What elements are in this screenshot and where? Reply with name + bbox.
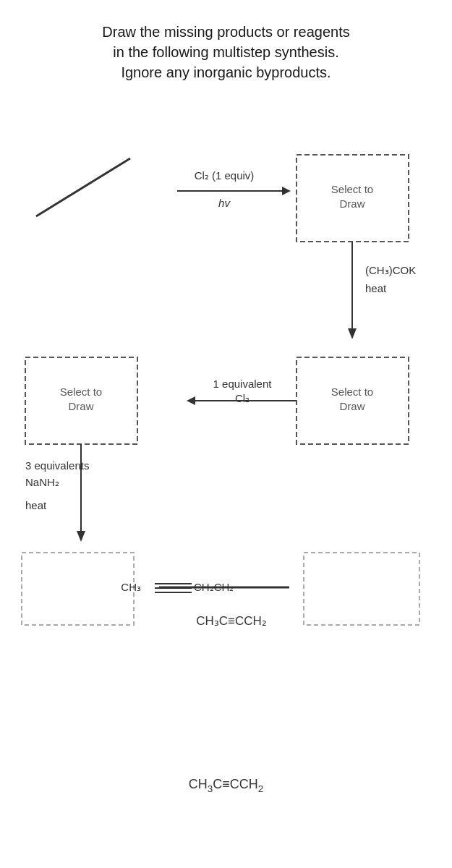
svg-text:Cl₂: Cl₂ xyxy=(235,392,250,404)
svg-text:1 equivalent: 1 equivalent xyxy=(213,378,273,390)
svg-text:heat: heat xyxy=(365,282,387,294)
svg-text:Select to: Select to xyxy=(331,183,373,195)
svg-rect-35 xyxy=(304,553,419,625)
svg-text:Cl₂ (1 equiv): Cl₂ (1 equiv) xyxy=(195,169,255,182)
svg-marker-16 xyxy=(187,396,195,405)
svg-text:3 equivalents: 3 equivalents xyxy=(25,459,89,472)
svg-marker-9 xyxy=(348,328,357,339)
diagram-container: Cl₂ (1 equiv) hv Select to Draw (CH₃)COK… xyxy=(14,119,438,801)
svg-text:heat: heat xyxy=(25,499,47,511)
svg-text:CH₃C≡CCH₂: CH₃C≡CCH₂ xyxy=(196,614,267,628)
product-formula: CH3C≡CCH2 xyxy=(189,777,264,794)
svg-text:CH₃: CH₃ xyxy=(121,581,141,593)
svg-text:(CH₃)COK: (CH₃)COK xyxy=(365,264,416,276)
page-container: Draw the missing products or reagents in… xyxy=(0,0,452,868)
svg-text:Select to: Select to xyxy=(331,386,373,398)
svg-marker-23 xyxy=(77,531,85,542)
svg-text:Draw: Draw xyxy=(339,400,364,412)
instruction-line3: Ignore any inorganic byproducts. xyxy=(121,64,331,80)
svg-text:Select to: Select to xyxy=(60,386,102,398)
svg-text:Draw: Draw xyxy=(339,197,364,210)
svg-rect-27 xyxy=(22,553,134,625)
instruction-line1: Draw the missing products or reagents xyxy=(102,24,349,40)
instruction-line2: in the following multistep synthesis. xyxy=(113,44,338,60)
svg-text:CH₂CH₂: CH₂CH₂ xyxy=(194,581,234,593)
svg-text:NaNH₂: NaNH₂ xyxy=(25,476,59,488)
instruction-block: Draw the missing products or reagents in… xyxy=(14,22,438,82)
svg-marker-2 xyxy=(282,187,291,195)
svg-line-0 xyxy=(36,158,130,216)
svg-text:Draw: Draw xyxy=(68,400,93,412)
svg-text:hv: hv xyxy=(218,197,231,209)
